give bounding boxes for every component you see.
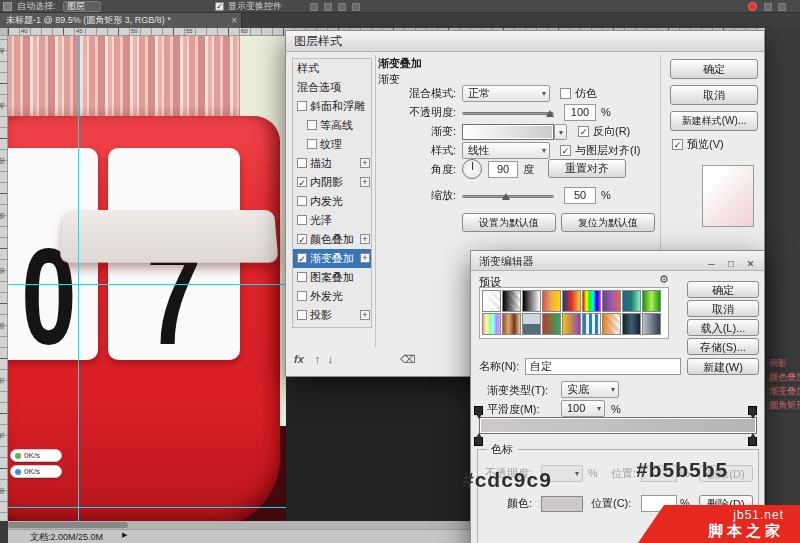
gradient-picker-button[interactable]: ▾	[554, 124, 567, 140]
style-list-item[interactable]: 内发光	[293, 192, 371, 211]
panel-icon[interactable]	[764, 3, 772, 11]
scale-value[interactable]: 50	[564, 187, 596, 204]
effect-checkbox[interactable]	[297, 272, 307, 282]
add-effect-icon[interactable]: +	[360, 177, 370, 187]
gradient-preset-swatch[interactable]	[482, 313, 501, 335]
style-list-item[interactable]: 纹理	[293, 135, 371, 154]
scale-slider-thumb[interactable]	[502, 193, 510, 200]
gradient-strip[interactable]	[479, 417, 757, 434]
align-icon[interactable]	[324, 3, 332, 11]
add-effect-icon[interactable]: +	[360, 253, 370, 263]
delete-effect-icon[interactable]: ⌫	[400, 353, 416, 365]
move-tool-icon[interactable]	[3, 2, 12, 11]
new-gradient-button[interactable]: 新建(W)	[687, 358, 759, 375]
presets-menu-gear-icon[interactable]: ⚙	[659, 273, 669, 286]
gradient-preset-swatch[interactable]	[642, 290, 661, 312]
save-button[interactable]: 存储(S)...	[687, 338, 759, 355]
opacity-slider-thumb[interactable]	[546, 110, 554, 117]
layers-panel-item[interactable]: 颜色叠加	[766, 370, 800, 384]
style-list-item[interactable]: 投影+	[293, 306, 371, 325]
layers-panel-item[interactable]: 倒影	[766, 356, 800, 370]
load-button[interactable]: 载入(L)...	[687, 319, 759, 336]
style-list-item[interactable]: ✓颜色叠加+	[293, 230, 371, 249]
reverse-checkbox[interactable]: ✓	[578, 126, 589, 137]
dialog-title-bar[interactable]: 图层样式	[286, 31, 764, 52]
reset-align-button[interactable]: 重置对齐	[548, 159, 626, 178]
gradient-preset-swatch[interactable]	[522, 313, 541, 335]
layers-panel-item[interactable]: 圆角矩形 2 拷贝	[766, 398, 800, 412]
horizontal-guide[interactable]	[8, 284, 286, 285]
style-list-item[interactable]: 外发光	[293, 287, 371, 306]
blend-mode-dropdown[interactable]: 正常 ▾	[462, 85, 550, 102]
style-list-item[interactable]: ✓内阴影+	[293, 173, 371, 192]
angle-dial[interactable]	[462, 159, 482, 179]
gradient-preset-swatch[interactable]	[602, 313, 621, 335]
angle-value[interactable]: 90	[488, 161, 518, 178]
move-effect-up-icon[interactable]: ↑	[315, 353, 321, 365]
vertical-guide[interactable]	[78, 36, 79, 522]
gradient-preset-swatch[interactable]	[622, 313, 641, 335]
style-list-item[interactable]: 斜面和浮雕	[293, 97, 371, 116]
effect-checkbox[interactable]	[307, 120, 317, 130]
add-effect-icon[interactable]: +	[360, 310, 370, 320]
effect-checkbox[interactable]	[297, 310, 307, 320]
dialog-title-bar[interactable]: 渐变编辑器 ─ □ ✕	[471, 251, 764, 271]
align-layer-checkbox[interactable]: ✓	[560, 145, 571, 156]
effect-checkbox[interactable]	[297, 291, 307, 301]
gradient-preset-swatch[interactable]	[582, 313, 601, 335]
gradient-type-dropdown[interactable]: 实底 ▾	[561, 381, 619, 398]
set-default-button[interactable]: 设置为默认值	[462, 213, 556, 232]
maximize-icon[interactable]: □	[724, 254, 739, 274]
cancel-button[interactable]: 取消	[687, 300, 759, 317]
gradient-preset-swatch[interactable]	[622, 290, 641, 312]
gradient-preset-swatch[interactable]	[602, 290, 621, 312]
gradient-preset-swatch[interactable]	[522, 290, 541, 312]
effect-checkbox[interactable]: ✓	[297, 253, 307, 263]
add-effect-icon[interactable]: +	[360, 158, 370, 168]
effect-checkbox[interactable]	[297, 196, 307, 206]
cancel-button[interactable]: 取消	[670, 85, 758, 105]
vertical-ruler[interactable]: 404550556065707580	[0, 28, 8, 522]
add-effect-icon[interactable]: +	[360, 234, 370, 244]
effect-checkbox[interactable]	[297, 215, 307, 225]
effect-checkbox[interactable]: ✓	[297, 177, 307, 187]
gradient-preset-swatch[interactable]	[542, 290, 561, 312]
gradient-preset-swatch[interactable]	[482, 290, 501, 312]
align-icon[interactable]	[310, 3, 318, 11]
style-list-item[interactable]: 样式	[293, 59, 371, 78]
gradient-preset-swatch[interactable]	[542, 313, 561, 335]
name-field[interactable]: 自定	[525, 358, 681, 375]
effect-checkbox[interactable]	[297, 101, 307, 111]
reset-default-button[interactable]: 复位为默认值	[561, 213, 655, 232]
gradient-preset-swatch[interactable]	[502, 290, 521, 312]
style-list-item[interactable]: 等高线	[293, 116, 371, 135]
style-list-item[interactable]: ✓渐变叠加+	[293, 249, 371, 268]
align-icon[interactable]	[352, 3, 360, 11]
fx-icon[interactable]: fx	[294, 353, 304, 365]
style-list-item[interactable]: 图案叠加	[293, 268, 371, 287]
align-icon[interactable]	[338, 3, 346, 11]
color-stop-right[interactable]	[748, 437, 757, 446]
color-stop-left[interactable]	[474, 437, 483, 446]
effect-checkbox[interactable]	[297, 158, 307, 168]
ok-button[interactable]: 确定	[687, 281, 759, 298]
style-list-item[interactable]: 混合选项	[293, 78, 371, 97]
effect-checkbox[interactable]: ✓	[297, 234, 307, 244]
status-flyout-icon[interactable]: ▶	[122, 531, 127, 539]
gradient-preset-swatch[interactable]	[562, 313, 581, 335]
document-tab[interactable]: 未标题-1 @ 89.5% (圆角矩形 3, RGB/8) * ×	[0, 13, 242, 28]
opacity-stop-right[interactable]	[748, 406, 757, 415]
stop-color-swatch[interactable]	[541, 496, 583, 512]
scrollbar-thumb[interactable]	[8, 522, 128, 528]
style-list-item[interactable]: 光泽	[293, 211, 371, 230]
gradient-preset-swatch[interactable]	[562, 290, 581, 312]
ok-button[interactable]: 确定	[670, 59, 758, 79]
tab-close-icon[interactable]: ×	[231, 13, 237, 28]
style-dropdown[interactable]: 线性 ▾	[462, 142, 550, 159]
panel-icon[interactable]	[778, 3, 786, 11]
close-icon[interactable]: ✕	[744, 254, 759, 274]
preview-checkbox[interactable]: ✓	[672, 139, 683, 150]
gradient-preset-swatch[interactable]	[502, 313, 521, 335]
dither-checkbox[interactable]	[560, 88, 571, 99]
smoothness-field[interactable]: 100 ▾	[561, 400, 605, 417]
